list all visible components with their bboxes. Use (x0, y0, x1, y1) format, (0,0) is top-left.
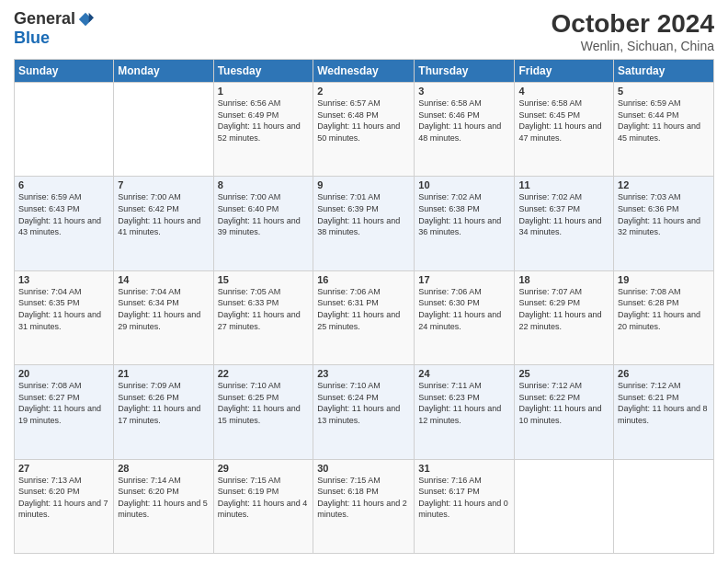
day-info: Sunrise: 7:13 AMSunset: 6:20 PMDaylight:… (18, 476, 108, 520)
day-number: 20 (18, 368, 109, 379)
calendar-cell: 10 Sunrise: 7:02 AMSunset: 6:38 PMDaylig… (415, 177, 515, 270)
day-info: Sunrise: 7:09 AMSunset: 6:26 PMDaylight:… (118, 381, 200, 425)
calendar-cell (15, 83, 114, 177)
title-section: October 2024 Wenlin, Sichuan, China (552, 9, 714, 53)
day-header-friday: Friday (515, 60, 614, 83)
calendar-cell: 16 Sunrise: 7:06 AMSunset: 6:31 PMDaylig… (313, 270, 415, 364)
calendar-cell: 29 Sunrise: 7:15 AMSunset: 6:19 PMDaylig… (213, 459, 313, 553)
day-number: 8 (218, 179, 310, 190)
calendar-cell: 11 Sunrise: 7:02 AMSunset: 6:37 PMDaylig… (515, 177, 614, 270)
day-info: Sunrise: 7:11 AMSunset: 6:23 PMDaylight:… (418, 381, 501, 425)
calendar-cell: 26 Sunrise: 7:12 AMSunset: 6:21 PMDaylig… (614, 365, 714, 459)
week-row-2: 6 Sunrise: 6:59 AMSunset: 6:43 PMDayligh… (15, 177, 714, 270)
day-number: 21 (118, 368, 209, 379)
week-row-4: 20 Sunrise: 7:08 AMSunset: 6:27 PMDaylig… (15, 365, 714, 459)
day-info: Sunrise: 6:56 AMSunset: 6:49 PMDaylight:… (218, 98, 301, 143)
calendar-cell: 1 Sunrise: 6:56 AMSunset: 6:49 PMDayligh… (213, 83, 313, 177)
day-info: Sunrise: 7:06 AMSunset: 6:30 PMDaylight:… (418, 287, 501, 331)
calendar-cell: 15 Sunrise: 7:05 AMSunset: 6:33 PMDaylig… (213, 270, 313, 364)
calendar-cell: 20 Sunrise: 7:08 AMSunset: 6:27 PMDaylig… (15, 365, 114, 459)
calendar-cell (515, 459, 614, 553)
logo-blue: Blue (14, 29, 50, 48)
day-number: 18 (518, 274, 609, 285)
day-number: 10 (418, 179, 510, 190)
day-number: 19 (618, 274, 710, 285)
day-info: Sunrise: 7:08 AMSunset: 6:27 PMDaylight:… (18, 381, 101, 425)
calendar-cell: 25 Sunrise: 7:12 AMSunset: 6:22 PMDaylig… (515, 365, 614, 459)
day-number: 28 (118, 463, 209, 474)
day-info: Sunrise: 7:10 AMSunset: 6:25 PMDaylight:… (218, 381, 301, 425)
day-info: Sunrise: 7:07 AMSunset: 6:29 PMDaylight:… (518, 287, 601, 331)
calendar-cell: 28 Sunrise: 7:14 AMSunset: 6:20 PMDaylig… (114, 459, 213, 553)
day-number: 14 (118, 274, 209, 285)
day-number: 13 (18, 274, 109, 285)
day-number: 4 (518, 86, 609, 97)
day-number: 27 (18, 463, 109, 474)
calendar-cell: 27 Sunrise: 7:13 AMSunset: 6:20 PMDaylig… (15, 459, 114, 553)
day-info: Sunrise: 6:58 AMSunset: 6:46 PMDaylight:… (418, 98, 501, 143)
day-info: Sunrise: 7:02 AMSunset: 6:38 PMDaylight:… (418, 192, 501, 236)
calendar-cell: 21 Sunrise: 7:09 AMSunset: 6:26 PMDaylig… (114, 365, 213, 459)
calendar-cell: 7 Sunrise: 7:00 AMSunset: 6:42 PMDayligh… (114, 177, 213, 270)
day-info: Sunrise: 7:00 AMSunset: 6:42 PMDaylight:… (118, 192, 200, 236)
day-header-wednesday: Wednesday (313, 60, 415, 83)
calendar-cell: 2 Sunrise: 6:57 AMSunset: 6:48 PMDayligh… (313, 83, 415, 177)
day-number: 2 (317, 86, 410, 97)
calendar-cell: 22 Sunrise: 7:10 AMSunset: 6:25 PMDaylig… (213, 365, 313, 459)
day-info: Sunrise: 7:16 AMSunset: 6:17 PMDaylight:… (418, 476, 508, 520)
svg-marker-1 (89, 12, 94, 22)
day-info: Sunrise: 7:08 AMSunset: 6:28 PMDaylight:… (618, 287, 700, 331)
day-number: 3 (418, 86, 510, 97)
day-number: 16 (317, 274, 410, 285)
day-number: 6 (18, 179, 109, 190)
days-header-row: SundayMondayTuesdayWednesdayThursdayFrid… (15, 60, 714, 83)
day-info: Sunrise: 7:04 AMSunset: 6:35 PMDaylight:… (18, 287, 101, 331)
day-info: Sunrise: 7:15 AMSunset: 6:18 PMDaylight:… (317, 476, 407, 520)
calendar-cell: 24 Sunrise: 7:11 AMSunset: 6:23 PMDaylig… (415, 365, 515, 459)
calendar-cell (614, 459, 714, 553)
day-info: Sunrise: 7:15 AMSunset: 6:19 PMDaylight:… (218, 476, 308, 520)
week-row-5: 27 Sunrise: 7:13 AMSunset: 6:20 PMDaylig… (15, 459, 714, 553)
day-number: 29 (218, 463, 310, 474)
day-info: Sunrise: 7:03 AMSunset: 6:36 PMDaylight:… (618, 192, 700, 236)
calendar-cell: 19 Sunrise: 7:08 AMSunset: 6:28 PMDaylig… (614, 270, 714, 364)
logo: General Blue (14, 9, 94, 48)
day-info: Sunrise: 7:04 AMSunset: 6:34 PMDaylight:… (118, 287, 200, 331)
day-info: Sunrise: 6:59 AMSunset: 6:44 PMDaylight:… (618, 98, 700, 143)
day-number: 24 (418, 368, 510, 379)
calendar-cell (114, 83, 213, 177)
day-info: Sunrise: 7:00 AMSunset: 6:40 PMDaylight:… (218, 192, 301, 236)
day-info: Sunrise: 7:02 AMSunset: 6:37 PMDaylight:… (518, 192, 601, 236)
day-header-sunday: Sunday (15, 60, 114, 83)
calendar-cell: 31 Sunrise: 7:16 AMSunset: 6:17 PMDaylig… (415, 459, 515, 553)
logo-general: General (14, 9, 75, 29)
calendar: SundayMondayTuesdayWednesdayThursdayFrid… (14, 59, 714, 554)
day-header-saturday: Saturday (614, 60, 714, 83)
calendar-cell: 9 Sunrise: 7:01 AMSunset: 6:39 PMDayligh… (313, 177, 415, 270)
day-number: 31 (418, 463, 510, 474)
calendar-cell: 23 Sunrise: 7:10 AMSunset: 6:24 PMDaylig… (313, 365, 415, 459)
day-header-monday: Monday (114, 60, 213, 83)
day-number: 17 (418, 274, 510, 285)
calendar-cell: 18 Sunrise: 7:07 AMSunset: 6:29 PMDaylig… (515, 270, 614, 364)
calendar-cell: 17 Sunrise: 7:06 AMSunset: 6:30 PMDaylig… (415, 270, 515, 364)
day-number: 9 (317, 179, 410, 190)
calendar-cell: 4 Sunrise: 6:58 AMSunset: 6:45 PMDayligh… (515, 83, 614, 177)
calendar-cell: 3 Sunrise: 6:58 AMSunset: 6:46 PMDayligh… (415, 83, 515, 177)
month-title: October 2024 (552, 9, 714, 39)
calendar-cell: 5 Sunrise: 6:59 AMSunset: 6:44 PMDayligh… (614, 83, 714, 177)
location: Wenlin, Sichuan, China (552, 39, 714, 53)
day-header-thursday: Thursday (415, 60, 515, 83)
day-number: 7 (118, 179, 209, 190)
day-header-tuesday: Tuesday (213, 60, 313, 83)
day-number: 30 (317, 463, 410, 474)
day-info: Sunrise: 6:59 AMSunset: 6:43 PMDaylight:… (18, 192, 101, 236)
day-info: Sunrise: 6:57 AMSunset: 6:48 PMDaylight:… (317, 98, 400, 143)
day-number: 15 (218, 274, 310, 285)
calendar-cell: 30 Sunrise: 7:15 AMSunset: 6:18 PMDaylig… (313, 459, 415, 553)
calendar-cell: 8 Sunrise: 7:00 AMSunset: 6:40 PMDayligh… (213, 177, 313, 270)
header: General Blue October 2024 Wenlin, Sichua… (14, 9, 714, 53)
calendar-cell: 13 Sunrise: 7:04 AMSunset: 6:35 PMDaylig… (15, 270, 114, 364)
day-info: Sunrise: 7:01 AMSunset: 6:39 PMDaylight:… (317, 192, 400, 236)
day-number: 26 (618, 368, 710, 379)
